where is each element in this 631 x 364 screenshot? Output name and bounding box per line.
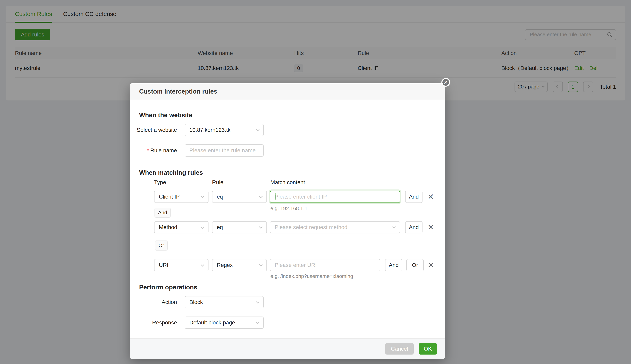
delete-icon[interactable]: ✕ — [428, 261, 434, 270]
match-row2-type-select[interactable]: Method — [154, 221, 209, 234]
and-connector-tag[interactable]: And — [155, 208, 171, 218]
close-icon[interactable]: ✕ — [441, 78, 450, 87]
uri-hint: e.g. /index.php?username=xiaoming — [270, 273, 353, 279]
chevron-down-icon — [256, 320, 259, 324]
rule-name-label: *Rule name — [130, 147, 177, 154]
section-when-the-website: When the website — [139, 112, 192, 119]
match-row2-and-button[interactable]: And — [405, 221, 422, 234]
cancel-button[interactable]: Cancel — [385, 343, 413, 354]
match-row3-delete[interactable]: ✕ — [425, 259, 437, 271]
uri-input-wrap — [270, 259, 380, 271]
match-col-content-label: Match content — [270, 179, 305, 186]
response-row: Response Default block page — [130, 316, 264, 329]
response-label: Response — [130, 320, 177, 326]
match-row3-or-button[interactable]: Or — [406, 259, 424, 271]
match-row1-type-select[interactable]: Client IP — [154, 191, 209, 203]
delete-icon[interactable]: ✕ — [428, 223, 434, 232]
or-connector-tag[interactable]: Or — [155, 240, 168, 250]
match-row3-and-button[interactable]: And — [385, 259, 402, 271]
select-website-label: Select a website — [130, 127, 177, 133]
chevron-down-icon — [259, 225, 263, 228]
client-ip-hint: e.g. 192.168.1.1 — [270, 206, 307, 212]
match-row2-rule-select[interactable]: eq — [212, 221, 267, 234]
match-row2-delete[interactable]: ✕ — [425, 221, 437, 234]
match-row1-rule-select[interactable]: eq — [212, 191, 267, 203]
match-row3-type-select[interactable]: URI — [154, 259, 209, 271]
action-select[interactable]: Block — [185, 296, 264, 308]
uri-input[interactable] — [270, 259, 380, 271]
ok-button[interactable]: OK — [419, 343, 437, 354]
request-method-select[interactable]: Please select request method — [270, 221, 400, 234]
chevron-down-icon — [256, 128, 259, 131]
chevron-down-icon — [201, 194, 204, 198]
chevron-down-icon — [201, 263, 204, 266]
modal-title: Custom interception rules — [139, 88, 217, 95]
connector-line — [161, 218, 161, 222]
response-select-value: Default block page — [189, 320, 235, 326]
website-select[interactable]: 10.87.kern123.tk — [185, 124, 264, 136]
modal-footer: Cancel OK — [130, 338, 445, 359]
match-row1-and-button[interactable]: And — [405, 191, 422, 203]
chevron-down-icon — [201, 225, 204, 228]
section-when-matching-rules: When matching rules — [139, 169, 203, 176]
rule-name-row: *Rule name — [130, 144, 264, 156]
chevron-down-icon — [259, 194, 263, 198]
match-col-rule-label: Rule — [212, 179, 267, 186]
match-row3-rule-select[interactable]: Regex — [212, 259, 267, 271]
chevron-down-icon — [256, 300, 259, 303]
match-row1-delete[interactable]: ✕ — [425, 191, 437, 203]
select-website-row: Select a website 10.87.kern123.tk — [130, 124, 264, 136]
chevron-down-icon — [392, 225, 396, 228]
match-col-type-label: Type — [154, 179, 209, 186]
client-ip-input[interactable] — [270, 191, 400, 203]
custom-interception-rules-dialog: ✕ Custom interception rules When the web… — [130, 83, 445, 359]
chevron-down-icon — [259, 263, 263, 266]
action-select-value: Block — [189, 299, 203, 305]
response-select[interactable]: Default block page — [185, 316, 264, 329]
action-label: Action — [130, 299, 177, 305]
modal-header: Custom interception rules — [130, 83, 445, 100]
connector-line — [161, 203, 161, 208]
match-row1-content — [270, 191, 400, 203]
website-select-value: 10.87.kern123.tk — [189, 127, 231, 133]
section-perform-operations: Perform operations — [139, 284, 197, 291]
action-row: Action Block — [130, 296, 264, 308]
required-asterisk: * — [147, 147, 149, 154]
delete-icon[interactable]: ✕ — [428, 192, 434, 201]
text-cursor — [275, 193, 276, 200]
rule-name-input[interactable] — [185, 144, 264, 156]
